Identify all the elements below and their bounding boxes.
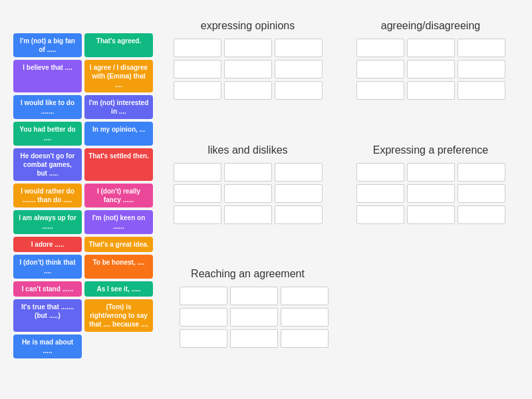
category-title-expressing-opinions: expressing opinions — [160, 20, 336, 32]
draggable-chip[interactable]: It's true that ....... (but .....) — [13, 299, 82, 332]
draggable-chip[interactable]: I would like to do ....... — [13, 95, 82, 119]
draggable-chip[interactable]: I would rather do ....... than do ..... — [13, 184, 82, 207]
category-agreeing-disagreeing: agreeing/disagreeing — [342, 20, 519, 138]
drop-zone[interactable] — [174, 60, 221, 78]
drop-zone[interactable] — [180, 329, 227, 348]
draggable-chip[interactable]: He is mad about ..... — [13, 334, 82, 358]
draggable-chip[interactable]: I believe that .... — [13, 60, 82, 92]
drop-row — [160, 205, 336, 224]
drop-zone[interactable] — [174, 205, 221, 224]
drop-row — [342, 184, 519, 203]
drop-zone[interactable] — [407, 184, 455, 203]
draggable-chip[interactable]: In my opinion, ... — [84, 122, 153, 146]
drop-zone[interactable] — [174, 81, 221, 100]
drop-row — [160, 308, 336, 327]
draggable-chip[interactable]: I adore ..... — [13, 237, 82, 252]
category-title-likes-dislikes: likes and dislikes — [160, 144, 336, 156]
drop-zone[interactable] — [224, 81, 272, 100]
draggable-chip[interactable]: I'm (not) a big fan of ..... — [13, 33, 82, 57]
drop-zone[interactable] — [275, 60, 323, 78]
category-reaching-agreement: Reaching an agreement — [160, 268, 336, 386]
drop-row — [160, 184, 336, 203]
main-container: I'm (not) a big fan of .....That's agree… — [0, 0, 532, 399]
drop-zone[interactable] — [407, 39, 455, 57]
drop-zone[interactable] — [407, 163, 455, 182]
drop-zone[interactable] — [356, 39, 404, 57]
category-title-agreeing-disagreeing: agreeing/disagreeing — [342, 20, 519, 32]
draggable-chip[interactable]: I am always up for ...... — [13, 210, 82, 234]
draggable-chip[interactable]: To be honest, .... — [84, 255, 153, 279]
draggable-chip[interactable]: He doesn't go for combat games, but ....… — [13, 148, 82, 181]
categories-panel: expressing opinions agreeing/disagreeing — [160, 13, 519, 386]
draggable-chip[interactable]: That's a great idea. — [84, 237, 153, 252]
draggable-chip[interactable]: I'm (not) interested in .... — [84, 95, 153, 119]
drop-row — [342, 163, 519, 182]
category-title-expressing-preference: Expressing a preference — [342, 144, 519, 156]
drop-zone[interactable] — [458, 184, 505, 203]
drop-zone[interactable] — [180, 308, 227, 327]
drop-zone[interactable] — [275, 81, 323, 100]
drop-zone[interactable] — [356, 205, 404, 224]
drop-row — [160, 60, 336, 78]
drop-zone[interactable] — [224, 60, 272, 78]
category-expressing-opinions: expressing opinions — [160, 20, 336, 138]
drop-zone[interactable] — [224, 205, 272, 224]
draggable-chip[interactable]: I agree / I disagree with (Emma) that ..… — [84, 60, 153, 92]
drop-row — [160, 163, 336, 182]
drop-zone[interactable] — [407, 205, 455, 224]
draggable-chip[interactable]: As I see it, ..... — [84, 281, 153, 297]
category-title-reaching-agreement: Reaching an agreement — [160, 268, 336, 280]
drop-zone[interactable] — [174, 163, 221, 182]
draggable-chip[interactable]: You had better do .... — [13, 122, 82, 146]
drop-zone[interactable] — [224, 39, 272, 57]
drop-row — [342, 205, 519, 224]
drop-zone[interactable] — [180, 287, 227, 305]
drop-row — [160, 287, 336, 305]
drop-zone[interactable] — [281, 329, 329, 348]
drop-zone[interactable] — [230, 287, 278, 305]
drop-row — [342, 60, 519, 78]
drop-row — [160, 39, 336, 57]
drop-zone[interactable] — [356, 184, 404, 203]
drop-row — [160, 329, 336, 348]
drop-zone[interactable] — [356, 60, 404, 78]
draggable-chip[interactable]: I (don't) think that .... — [13, 255, 82, 279]
draggable-chip[interactable]: That's agreed. — [84, 33, 153, 57]
drop-zone[interactable] — [224, 184, 272, 203]
drop-zone[interactable] — [174, 39, 221, 57]
drop-zone[interactable] — [356, 163, 404, 182]
drop-row — [342, 39, 519, 57]
category-likes-dislikes: likes and dislikes — [160, 144, 336, 262]
draggable-chip[interactable]: That's settled then. — [84, 148, 153, 181]
drop-zone[interactable] — [281, 287, 329, 305]
drop-row — [160, 81, 336, 100]
drop-zone[interactable] — [275, 163, 323, 182]
drop-zone[interactable] — [458, 60, 505, 78]
drop-zone[interactable] — [174, 184, 221, 203]
draggable-chip[interactable]: (Tom) is right/wrong to say that .... be… — [84, 299, 153, 332]
drop-zone[interactable] — [458, 39, 505, 57]
drop-zone[interactable] — [458, 163, 505, 182]
draggable-chip[interactable]: I (don't) really fancy ...... — [84, 184, 153, 207]
drop-zone[interactable] — [275, 39, 323, 57]
drop-zone[interactable] — [230, 329, 278, 348]
drop-zone[interactable] — [275, 184, 323, 203]
category-expressing-preference: Expressing a preference — [342, 144, 519, 262]
drop-zone[interactable] — [281, 308, 329, 327]
drop-zone[interactable] — [407, 81, 455, 100]
draggable-chip[interactable]: I'm (not) keen on ...... — [84, 210, 153, 234]
drop-zone[interactable] — [458, 205, 505, 224]
drop-zone[interactable] — [407, 60, 455, 78]
drop-row — [342, 81, 519, 100]
drop-zone[interactable] — [356, 81, 404, 100]
drop-zone[interactable] — [224, 163, 272, 182]
chips-panel: I'm (not) a big fan of .....That's agree… — [13, 13, 153, 386]
drop-zone[interactable] — [230, 308, 278, 327]
drop-zone[interactable] — [275, 205, 323, 224]
draggable-chip[interactable]: I can't stand ...... — [13, 281, 82, 297]
drop-zone[interactable] — [458, 81, 505, 100]
